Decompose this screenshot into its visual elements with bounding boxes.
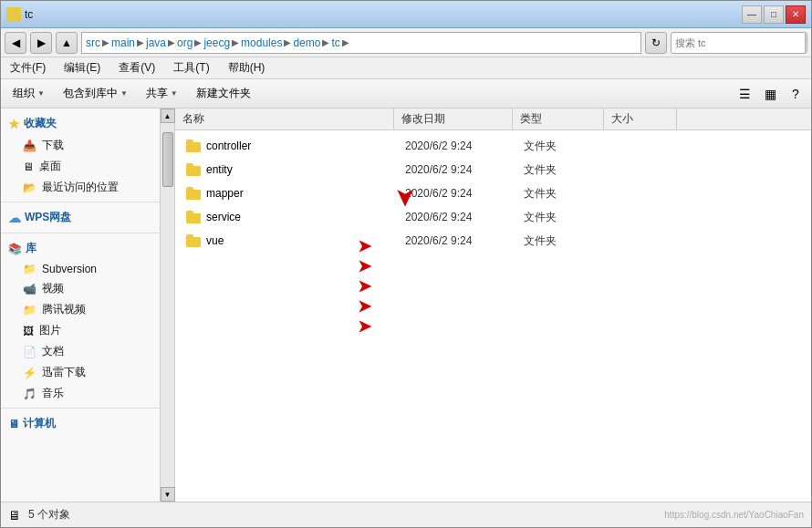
scroll-up-button[interactable]: ▲ [161,109,175,123]
up-button[interactable]: ▲ [56,32,78,54]
sidebar-header-library[interactable]: 📚 库 [1,237,160,260]
folder-icon-entity [186,163,201,176]
column-header-type[interactable]: 类型 [513,109,604,129]
back-button[interactable]: ◀ [5,32,26,54]
breadcrumb-tc[interactable]: tc [331,36,339,49]
sidebar-favorites-label: 收藏夹 [24,116,57,131]
refresh-button[interactable]: ↻ [645,32,667,54]
sidebar-item-desktop[interactable]: 🖥 桌面 [1,156,160,177]
file-type-vue: 文件夹 [516,233,608,249]
breadcrumb-java[interactable]: java [146,36,166,49]
vertical-scrollbar[interactable]: ▲ ▼ [161,109,175,502]
status-computer: 🖥 [8,508,21,523]
folder-icon-controller [186,140,201,152]
sidebar-item-music[interactable]: 🎵 音乐 [1,383,160,404]
menu-edit[interactable]: 编辑(E) [58,58,106,78]
documents-icon: 📄 [23,346,36,358]
column-header-name[interactable]: 名称 [175,109,394,129]
menu-file[interactable]: 文件(F) [5,58,51,78]
share-dropdown-arrow: ▼ [171,89,178,98]
watermark: https://blog.csdn.net/YaoChiaoFan [664,510,804,520]
file-row-mapper[interactable]: mapper 2020/6/2 9:24 文件夹 [175,181,811,205]
pictures-icon: 🖼 [23,325,34,337]
sidebar-item-xunlei[interactable]: ⚡ 迅雷下载 [1,362,160,383]
file-label-service: service [206,211,241,223]
sidebar-subversion-label: Subversion [42,263,97,275]
sidebar-desktop-label: 桌面 [39,159,61,174]
search-input[interactable] [671,37,805,48]
sidebar-computer-label: 计算机 [23,416,56,431]
new-folder-button[interactable]: 新建文件夹 [188,82,259,106]
sidebar-item-video[interactable]: 📹 视频 [1,278,160,299]
menu-tools[interactable]: 工具(T) [168,58,214,78]
sidebar-item-recent[interactable]: 📂 最近访问的位置 [1,177,160,198]
breadcrumb-demo[interactable]: demo [293,36,320,49]
sidebar-video-label: 视频 [42,281,64,296]
file-date-entity: 2020/6/2 9:24 [398,163,516,176]
view-list-button[interactable]: ☰ [733,82,756,106]
sidebar-section-wps: ☁ WPS网盘 [1,206,160,229]
subversion-icon: 📁 [23,263,36,275]
menu-help[interactable]: 帮助(H) [223,58,271,78]
view-grid-button[interactable]: ▦ [758,82,782,106]
scroll-down-button[interactable]: ▼ [161,487,175,502]
library-icon: 📚 [8,243,22,255]
status-bar: 🖥 5 个对象 https://blog.csdn.net/YaoChiaoFa… [1,502,811,527]
file-label-entity: entity [206,163,233,176]
file-type-controller: 文件夹 [516,139,608,154]
share-button[interactable]: 共享 ▼ [138,82,186,106]
search-button[interactable]: 🔍 [805,33,807,53]
minimize-button[interactable]: — [742,5,762,24]
maximize-button[interactable]: □ [764,5,784,24]
file-row-service[interactable]: service 2020/6/2 9:24 文件夹 [175,205,811,229]
music-icon: 🎵 [23,388,36,400]
file-row-entity[interactable]: entity 2020/6/2 9:24 文件夹 [175,158,811,181]
sidebar-item-documents[interactable]: 📄 文档 [1,341,160,362]
breadcrumb-src[interactable]: src [86,36,100,49]
file-row-controller[interactable]: controller 2020/6/2 9:24 文件夹 [175,134,811,158]
column-header-size[interactable]: 大小 [604,109,677,129]
sidebar-item-downloads[interactable]: 📥 下载 [1,135,160,156]
desktop-icon: 🖥 [23,160,34,173]
search-box: 🔍 [671,32,807,54]
folder-icon-vue [186,234,201,247]
computer-icon: 🖥 [8,418,19,430]
include-library-button[interactable]: 包含到库中 ▼ [55,82,136,106]
sidebar-xunlei-label: 迅雷下载 [42,365,86,380]
recent-icon: 📂 [23,181,36,194]
organize-button[interactable]: 组织 ▼ [5,82,53,106]
sidebar-divider-3 [1,408,160,409]
sidebar-downloads-label: 下载 [42,138,64,153]
sidebar-item-subversion[interactable]: 📁 Subversion [1,260,160,278]
file-name-service: service [179,211,398,223]
sidebar-divider-1 [1,202,160,202]
title-bar-left: tc [6,7,33,22]
breadcrumb-jeecg[interactable]: jeecg [203,36,230,49]
forward-button[interactable]: ▶ [30,32,52,54]
main-content: ★ 收藏夹 📥 下载 🖥 桌面 📂 最近访问的位置 [1,109,811,502]
file-label-controller: controller [206,140,251,152]
close-button[interactable]: ✕ [786,5,806,24]
file-date-service: 2020/6/2 9:24 [398,211,516,223]
scroll-thumb[interactable] [162,132,173,187]
file-date-mapper: 2020/6/2 9:24 [398,187,516,200]
sidebar-header-wps[interactable]: ☁ WPS网盘 [1,206,160,229]
share-label: 共享 [146,86,168,101]
sidebar-header-computer[interactable]: 🖥 计算机 [1,412,160,435]
breadcrumb-org[interactable]: org [177,36,193,49]
file-row-vue[interactable]: vue 2020/6/2 9:24 文件夹 [175,229,811,253]
breadcrumb-main[interactable]: main [111,36,135,49]
breadcrumb[interactable]: src ▶ main ▶ java ▶ org ▶ jeecg ▶ module… [81,32,641,54]
help-button[interactable]: ? [784,82,807,106]
column-header-date[interactable]: 修改日期 [394,109,513,129]
sidebar-item-pictures[interactable]: 🖼 图片 [1,320,160,341]
file-type-mapper: 文件夹 [516,186,608,202]
breadcrumb-modules[interactable]: modules [241,36,282,49]
menu-view[interactable]: 查看(V) [113,58,161,78]
sidebar-section-computer: 🖥 计算机 [1,412,160,435]
include-dropdown-arrow: ▼ [120,89,128,98]
toolbar-right: ☰ ▦ ? [733,82,807,106]
tencent-video-icon: 📁 [23,304,36,316]
sidebar-header-favorites[interactable]: ★ 收藏夹 [1,112,160,135]
sidebar-item-tencent-video[interactable]: 📁 腾讯视频 [1,299,160,320]
